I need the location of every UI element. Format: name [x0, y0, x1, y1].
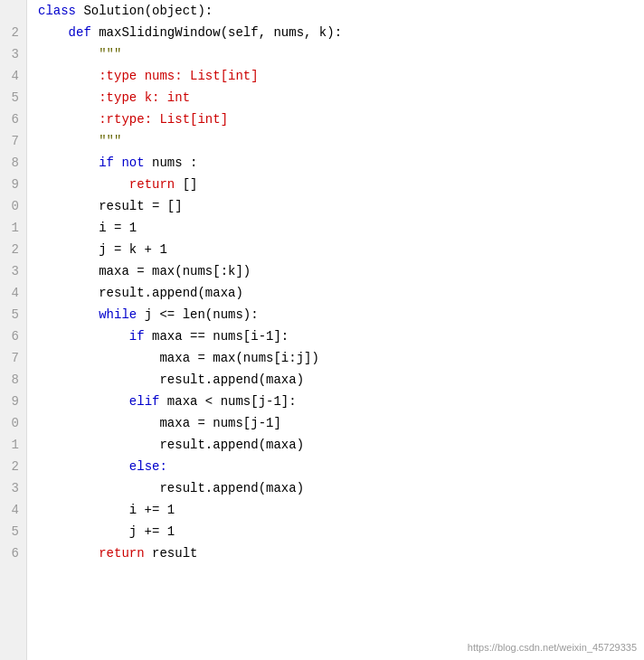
- code-token: result = []: [38, 195, 183, 217]
- line-number: 4: [7, 282, 19, 304]
- code-line: return result: [38, 542, 644, 564]
- watermark: https://blog.csdn.net/weixin_45729335: [468, 640, 637, 656]
- code-line: while j <= len(nums):: [38, 304, 644, 325]
- code-token: result.append(maxa): [159, 369, 304, 391]
- code-line: result.append(maxa): [38, 434, 644, 456]
- code-line: :type k: int: [38, 87, 644, 108]
- code-line: class Solution(object):: [38, 0, 644, 22]
- line-number: 5: [7, 521, 19, 542]
- line-number: 0: [7, 412, 19, 434]
- code-token: :type k: int: [99, 87, 190, 108]
- code-token: """: [38, 130, 121, 152]
- line-number: 1: [7, 217, 19, 239]
- code-token: result.append(maxa): [159, 477, 304, 499]
- code-token: result.append(maxa): [159, 434, 304, 456]
- code-token: :type nums: List[int]: [99, 65, 258, 87]
- line-number: 6: [7, 325, 19, 347]
- code-token: [38, 369, 159, 391]
- code-token: [38, 108, 99, 130]
- code-token: [38, 325, 129, 347]
- code-line: maxa = max(nums[i:j]): [38, 347, 644, 369]
- code-token: [38, 174, 129, 195]
- code-token: elif: [129, 391, 167, 412]
- code-token: if: [129, 325, 152, 347]
- code-token: j = k + 1: [38, 239, 167, 260]
- code-token: [38, 456, 129, 477]
- code-token: :rtype: List[int]: [99, 108, 228, 130]
- line-number: 2: [7, 456, 19, 477]
- line-number: 3: [7, 43, 19, 65]
- code-token: else:: [129, 456, 167, 477]
- code-token: [38, 542, 99, 564]
- code-token: maxa = nums[j-1]: [159, 412, 280, 434]
- code-line: """: [38, 130, 644, 152]
- line-number: 3: [7, 260, 19, 282]
- code-token: return: [129, 174, 183, 195]
- code-token: maxSlidingWindow(self, nums, k):: [99, 22, 342, 43]
- code-token: maxa == nums[i-1]:: [152, 325, 289, 347]
- code-token: class: [38, 0, 83, 22]
- line-number: 7: [7, 130, 19, 152]
- line-number: 2: [7, 22, 19, 43]
- line-number: 8: [7, 369, 19, 391]
- code-token: [38, 304, 99, 325]
- code-token: [38, 152, 99, 174]
- line-number: 5: [7, 304, 19, 325]
- line-number: 6: [7, 542, 19, 564]
- code-area[interactable]: class Solution(object): def maxSlidingWi…: [27, 0, 644, 660]
- code-token: maxa < nums[j-1]:: [167, 391, 297, 412]
- code-line: def maxSlidingWindow(self, nums, k):: [38, 22, 644, 43]
- code-token: j += 1: [38, 521, 175, 542]
- code-line: """: [38, 43, 644, 65]
- code-line: if maxa == nums[i-1]:: [38, 325, 644, 347]
- line-number: 9: [7, 391, 19, 412]
- code-token: result: [152, 542, 197, 564]
- code-token: while: [99, 304, 144, 325]
- code-token: [38, 347, 159, 369]
- code-token: maxa = max(nums[i:j]): [159, 347, 318, 369]
- code-token: not: [121, 152, 152, 174]
- code-line: maxa = max(nums[:k]): [38, 260, 644, 282]
- code-token: if: [99, 152, 121, 174]
- code-token: []: [183, 174, 198, 195]
- code-line: result.append(maxa): [38, 369, 644, 391]
- code-container: 2345678901234567890123456 class Solution…: [0, 0, 644, 660]
- line-number: 6: [7, 108, 19, 130]
- code-token: def: [38, 22, 99, 43]
- line-number: 0: [7, 195, 19, 217]
- code-line: i += 1: [38, 499, 644, 521]
- code-line: result.append(maxa): [38, 477, 644, 499]
- line-number: 5: [7, 87, 19, 108]
- code-token: [38, 477, 159, 499]
- line-number: 1: [7, 434, 19, 456]
- code-line: :rtype: List[int]: [38, 108, 644, 130]
- code-token: [38, 391, 129, 412]
- code-token: j <= len(nums):: [145, 304, 259, 325]
- code-line: if not nums :: [38, 152, 644, 174]
- line-number: 9: [7, 174, 19, 195]
- line-number: 3: [7, 477, 19, 499]
- code-line: j = k + 1: [38, 239, 644, 260]
- code-line: maxa = nums[j-1]: [38, 412, 644, 434]
- line-numbers: 2345678901234567890123456: [0, 0, 27, 660]
- code-line: j += 1: [38, 521, 644, 542]
- code-token: """: [38, 43, 121, 65]
- code-token: i = 1: [38, 217, 137, 239]
- code-line: :type nums: List[int]: [38, 65, 644, 87]
- code-line: else:: [38, 456, 644, 477]
- code-line: return []: [38, 174, 644, 195]
- code-token: i += 1: [38, 499, 175, 521]
- code-token: nums :: [152, 152, 197, 174]
- code-token: return: [99, 542, 152, 564]
- line-number: [7, 0, 19, 22]
- code-token: [38, 65, 99, 87]
- code-line: result.append(maxa): [38, 282, 644, 304]
- code-line: i = 1: [38, 217, 644, 239]
- line-number: 7: [7, 347, 19, 369]
- line-number: 8: [7, 152, 19, 174]
- code-token: maxa = max(nums[:k]): [38, 260, 251, 282]
- code-token: result.append(maxa): [38, 282, 243, 304]
- line-number: 4: [7, 499, 19, 521]
- line-number: 2: [7, 239, 19, 260]
- line-number: 4: [7, 65, 19, 87]
